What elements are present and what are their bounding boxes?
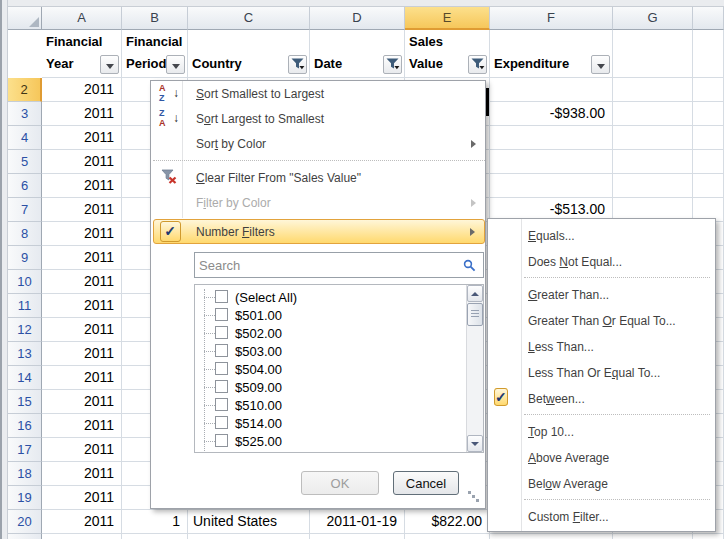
- row-header-15[interactable]: 15: [8, 390, 42, 414]
- cell-a7[interactable]: 2011: [42, 198, 122, 222]
- grid-cell[interactable]: [490, 534, 613, 539]
- filter-value-510-00[interactable]: $510.00: [195, 396, 466, 414]
- checkbox-icon[interactable]: [215, 434, 228, 447]
- menu-item-clear-filter-from-sales-value[interactable]: Clear Filter From "Sales Value": [153, 165, 485, 190]
- filter-button-sales-value[interactable]: [468, 55, 487, 74]
- column-header-e[interactable]: E: [405, 7, 490, 30]
- header-cell-g[interactable]: [613, 30, 693, 78]
- cell-a6[interactable]: 2011: [42, 174, 122, 198]
- row-header-5[interactable]: 5: [8, 150, 42, 174]
- filter-value-502-00[interactable]: $502.00: [195, 324, 466, 342]
- header-cell-a[interactable]: FinancialYear: [42, 30, 122, 78]
- row-header-13[interactable]: 13: [8, 342, 42, 366]
- submenu-item-less-than-or-equal-to[interactable]: Less Than Or Equal To...: [490, 360, 715, 386]
- row-header-partial[interactable]: [8, 534, 42, 539]
- filter-button-financial-period[interactable]: [166, 55, 185, 74]
- column-header-c[interactable]: C: [188, 7, 310, 30]
- cell-a11[interactable]: 2011: [42, 294, 122, 318]
- cell-a13[interactable]: 2011: [42, 342, 122, 366]
- cell-h3[interactable]: [693, 102, 724, 126]
- checkbox-icon[interactable]: [215, 326, 228, 339]
- cell-f2[interactable]: [490, 78, 613, 102]
- cell-a5[interactable]: 2011: [42, 150, 122, 174]
- search-input[interactable]: [199, 255, 447, 275]
- cell-a2[interactable]: 2011: [42, 78, 122, 102]
- submenu-item-greater-than-or-equal-to[interactable]: Greater Than Or Equal To...: [490, 308, 715, 334]
- submenu-item-equals[interactable]: Equals...: [490, 223, 715, 249]
- filter-value-select-all[interactable]: (Select All): [195, 288, 466, 306]
- cell-a17[interactable]: 2011: [42, 438, 122, 462]
- filter-button-date[interactable]: [383, 55, 402, 74]
- row-header-14[interactable]: 14: [8, 366, 42, 390]
- cell-a18[interactable]: 2011: [42, 462, 122, 486]
- cell-g6[interactable]: [613, 174, 693, 198]
- row-header-6[interactable]: 6: [8, 174, 42, 198]
- cancel-button[interactable]: Cancel: [393, 471, 459, 495]
- checkbox-icon[interactable]: [215, 308, 228, 321]
- cell-g4[interactable]: [613, 126, 693, 150]
- cell-b20[interactable]: 1: [122, 510, 188, 534]
- cell-g2[interactable]: [613, 78, 693, 102]
- submenu-item-custom-filter[interactable]: Custom Filter...: [490, 504, 715, 530]
- row-header-16[interactable]: 16: [8, 414, 42, 438]
- filter-button-country[interactable]: [288, 55, 307, 74]
- row-header-2[interactable]: 2: [8, 78, 42, 102]
- row-header-9[interactable]: 9: [8, 246, 42, 270]
- select-all-corner[interactable]: [8, 7, 42, 30]
- cell-h5[interactable]: [693, 150, 724, 174]
- submenu-item-below-average[interactable]: Below Average: [490, 471, 715, 497]
- filter-value-514-00[interactable]: $514.00: [195, 414, 466, 432]
- row-header-4[interactable]: 4: [8, 126, 42, 150]
- row-header-3[interactable]: 3: [8, 102, 42, 126]
- checkbox-icon[interactable]: [215, 290, 228, 303]
- grid-cell[interactable]: [405, 534, 490, 539]
- grid-cell[interactable]: [693, 534, 724, 539]
- cell-h4[interactable]: [693, 126, 724, 150]
- row-header-11[interactable]: 11: [8, 294, 42, 318]
- grid-cell[interactable]: [42, 534, 122, 539]
- cell-a19[interactable]: 2011: [42, 486, 122, 510]
- cell-g3[interactable]: [613, 102, 693, 126]
- filter-button-expenditure[interactable]: [591, 55, 610, 74]
- filter-value-509-00[interactable]: $509.00: [195, 378, 466, 396]
- cell-a4[interactable]: 2011: [42, 126, 122, 150]
- menu-item-sort-smallest-to-largest[interactable]: AZ↓Sort Smallest to Largest: [153, 81, 485, 106]
- row-header-7[interactable]: 7: [8, 198, 42, 222]
- resize-grip-icon[interactable]: [476, 499, 479, 502]
- menu-item-number-filters[interactable]: ✓Number Filters: [153, 219, 485, 244]
- filter-value-partial[interactable]: [195, 450, 466, 452]
- cell-h6[interactable]: [693, 174, 724, 198]
- submenu-item-does-not-equal[interactable]: Does Not Equal...: [490, 249, 715, 275]
- submenu-item-greater-than[interactable]: Greater Than...: [490, 282, 715, 308]
- column-header-d[interactable]: D: [310, 7, 405, 30]
- row-header-20[interactable]: 20: [8, 510, 42, 534]
- cell-a12[interactable]: 2011: [42, 318, 122, 342]
- submenu-item-less-than[interactable]: Less Than...: [490, 334, 715, 360]
- filter-value-503-00[interactable]: $503.00: [195, 342, 466, 360]
- cell-h2[interactable]: [693, 78, 724, 102]
- cell-f5[interactable]: [490, 150, 613, 174]
- cell-a8[interactable]: 2011: [42, 222, 122, 246]
- header-cell-f[interactable]: Expenditure: [490, 30, 613, 78]
- header-cell-d[interactable]: Date: [310, 30, 405, 78]
- filter-button-financial-year[interactable]: [100, 55, 119, 74]
- row-header-18[interactable]: 18: [8, 462, 42, 486]
- cell-e20[interactable]: $822.00: [405, 510, 490, 534]
- grid-cell[interactable]: [122, 534, 188, 539]
- ok-button[interactable]: OK: [301, 471, 379, 495]
- column-header-f[interactable]: F: [490, 7, 613, 30]
- cell-f3[interactable]: -$938.00: [490, 102, 613, 126]
- scrollbar-thumb[interactable]: [467, 303, 483, 326]
- menu-item-sort-by-color[interactable]: Sort by Color: [153, 131, 485, 156]
- row-header-19[interactable]: 19: [8, 486, 42, 510]
- cell-a3[interactable]: 2011: [42, 102, 122, 126]
- column-header-a[interactable]: A: [42, 7, 122, 30]
- filter-value-501-00[interactable]: $501.00: [195, 306, 466, 324]
- cell-a16[interactable]: 2011: [42, 414, 122, 438]
- column-header-g[interactable]: G: [613, 7, 693, 30]
- header-cell-b[interactable]: FinancialPeriod: [122, 30, 188, 78]
- cell-c20[interactable]: United States: [188, 510, 310, 534]
- header-cell-e[interactable]: SalesValue: [405, 30, 490, 78]
- checkbox-icon[interactable]: [215, 416, 228, 429]
- menu-item-filter-by-color[interactable]: Filter by Color: [153, 190, 485, 215]
